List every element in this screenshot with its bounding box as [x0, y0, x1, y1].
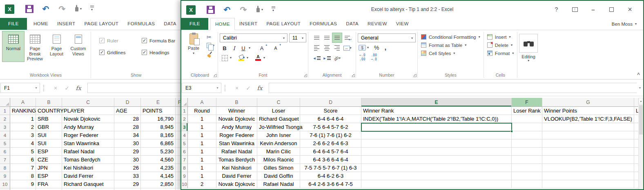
column-header-C[interactable]: C	[257, 98, 300, 107]
cut-button[interactable]: ✂	[207, 35, 214, 40]
cell-C4[interactable]: John Isner	[257, 131, 300, 139]
cell-C3[interactable]: Jo-Wilfried Tsonga	[257, 123, 300, 131]
vertical-scrollbar[interactable]: ▴	[638, 98, 643, 189]
cell-B4[interactable]: SUI	[36, 131, 62, 139]
tab-formulas[interactable]: FORMULAS	[305, 18, 341, 30]
column-header-E[interactable]: E	[141, 98, 176, 107]
middle-align-button[interactable]	[322, 33, 332, 42]
merge-center-button[interactable]: ↔▾	[343, 43, 352, 53]
bold-button[interactable]: B	[221, 44, 229, 52]
font-size-combo[interactable]: 11▾	[289, 33, 306, 42]
cell-G2[interactable]: VLOOKUP(B2,'Table 1'!C:F,3,FALSE)	[542, 115, 634, 123]
cell-D5[interactable]: 30	[114, 139, 141, 148]
row-header-6[interactable]: 6	[0, 148, 10, 156]
wrap-text-button[interactable]: ↩	[343, 33, 352, 42]
cell-B6[interactable]: ESP	[36, 148, 62, 156]
cell-D10[interactable]: 6-4 2-6 3-6 6-4 7-5	[300, 180, 361, 188]
gridlines-checkbox[interactable]: ✓Gridlines	[99, 50, 137, 55]
cell-E5[interactable]: 6,865	[141, 139, 176, 148]
cell-A3[interactable]: 1	[188, 123, 216, 131]
cell-B10[interactable]: FRA	[36, 180, 62, 188]
formula-input[interactable]	[269, 83, 637, 93]
maximize-button[interactable]	[602, 5, 621, 14]
cell-G6[interactable]	[542, 148, 634, 156]
percent-style-button[interactable]: %	[374, 44, 379, 51]
cell-D11[interactable]	[114, 188, 141, 190]
row-header-7[interactable]: 7	[181, 156, 188, 164]
cancel-icon[interactable]: ×	[231, 85, 243, 91]
tab-review[interactable]: REVIEW	[363, 18, 392, 30]
name-box[interactable]: F1▾	[0, 83, 40, 93]
cell-E4[interactable]	[361, 131, 512, 139]
insert-function-icon[interactable]: fx	[254, 85, 265, 91]
cell-F6[interactable]	[512, 148, 542, 156]
enter-icon[interactable]: ✓	[243, 85, 254, 91]
row-header-10[interactable]: 10	[0, 180, 10, 188]
formula-bar-checkbox[interactable]: ✓Formula Bar	[142, 38, 175, 43]
cell-F7[interactable]	[512, 156, 542, 164]
cell-B7[interactable]: Tomas Berdych	[216, 156, 257, 164]
minimize-button[interactable]: –	[584, 5, 602, 14]
selected-cell-outline[interactable]	[361, 123, 512, 132]
cell-D1[interactable]: Score	[300, 107, 361, 115]
tab-data[interactable]: DATA	[341, 18, 363, 30]
tab-insert[interactable]: INSERT	[53, 18, 80, 30]
row-header-3[interactable]: 3	[0, 123, 10, 131]
cell-E8[interactable]	[361, 164, 512, 172]
conditional-formatting-button[interactable]: Conditional Formatting▾	[419, 33, 482, 41]
cell-C2[interactable]: Richard Gasquet	[257, 115, 300, 123]
cell-A2[interactable]: 1	[188, 115, 216, 123]
cell-G5[interactable]	[542, 139, 634, 148]
close-button[interactable]: ×	[621, 5, 639, 14]
cell-C6[interactable]: Rafael Nadal	[62, 148, 114, 156]
cell-C10[interactable]: Rafael Nadal	[257, 180, 300, 188]
cell-A5[interactable]: 1	[188, 139, 216, 148]
tab-formulas[interactable]: FORMULAS	[123, 18, 159, 30]
name-box[interactable]: E3▾	[182, 83, 221, 93]
accounting-format-button[interactable]: $▾	[359, 45, 369, 51]
cell-B9[interactable]: David Ferrer	[216, 172, 257, 180]
row-header-2[interactable]: 2	[0, 115, 10, 123]
cancel-icon[interactable]: ×	[50, 85, 61, 91]
cell-F10[interactable]	[512, 180, 542, 188]
dialog-launcher-icon[interactable]	[413, 74, 417, 77]
cell-D8[interactable]: 7-5 7-5 5-7 6-7 (1) 6-3	[300, 164, 361, 172]
help-button[interactable]: ?	[547, 5, 566, 14]
cell-G9[interactable]	[542, 172, 634, 180]
cell-B4[interactable]: Roger Federer	[216, 131, 257, 139]
cell-D4[interactable]: 7-6 (1) 7-6 (1) 6-2	[300, 131, 361, 139]
column-header-A[interactable]: A	[188, 98, 216, 107]
copy-button[interactable]: ▾	[207, 43, 214, 48]
row-header-1[interactable]: 1	[0, 107, 10, 115]
fill-color-button[interactable]	[237, 54, 245, 62]
format-as-table-button[interactable]: Format as Table▾	[419, 41, 482, 49]
font-color-button[interactable]: A	[254, 54, 262, 62]
scroll-up-icon[interactable]: ▴	[639, 98, 643, 104]
underline-button[interactable]: U	[239, 44, 247, 52]
column-header-E[interactable]: E	[361, 98, 512, 107]
cell-E9[interactable]	[361, 172, 512, 180]
column-header-B[interactable]: B	[216, 98, 257, 107]
cell-D9[interactable]: 33	[114, 172, 141, 180]
increase-decimal-button[interactable]: ←.0 .00	[359, 53, 365, 61]
customize-qat-button[interactable]: ▾	[87, 3, 97, 15]
bottom-align-button[interactable]	[332, 33, 342, 42]
cell-C4[interactable]: Roger Federer	[62, 131, 114, 139]
cell-C5[interactable]: Stan Wawrinka	[62, 139, 114, 148]
cell-D8[interactable]: 26	[114, 164, 141, 172]
cell-E1[interactable]: Winner Rank	[361, 107, 512, 115]
cell-E5[interactable]	[361, 139, 512, 148]
font-name-combo[interactable]: Calibri▾	[220, 33, 287, 42]
select-all-corner[interactable]	[0, 98, 10, 107]
cell-D3[interactable]: 28	[114, 123, 141, 131]
cell-A1[interactable]: RANKING	[10, 107, 36, 115]
decrease-font-size-button[interactable]: A	[272, 44, 280, 52]
cell-A1[interactable]: Round	[188, 107, 216, 115]
cell-C9[interactable]: David Goffin	[257, 172, 300, 180]
cell-E3[interactable]: 8,945	[141, 123, 176, 131]
cell-B2[interactable]: SRB	[36, 115, 62, 123]
cell-A10[interactable]: 9	[10, 180, 36, 188]
cell-B1[interactable]: Winner	[216, 107, 257, 115]
headings-checkbox[interactable]: ✓Headings	[142, 50, 175, 55]
cell-G8[interactable]	[542, 164, 634, 172]
